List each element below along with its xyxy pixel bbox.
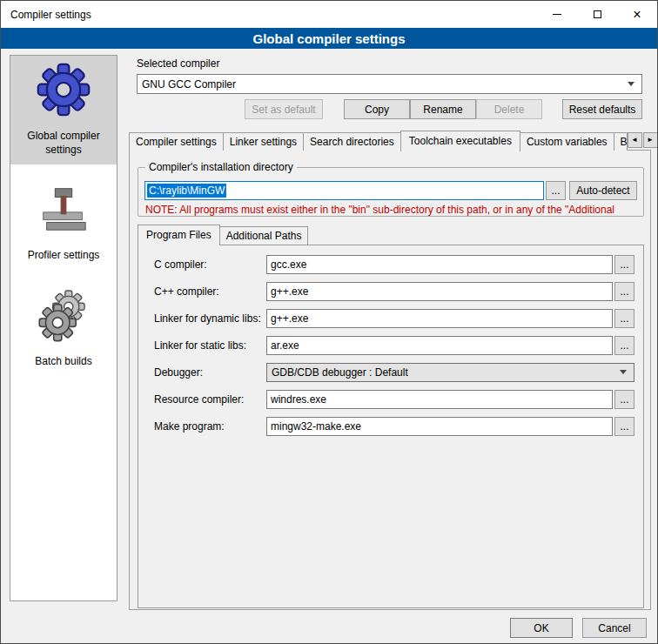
linker-static-label: Linker for static libs: [154, 339, 266, 352]
field-row-debugger: Debugger: GDB/CDB debugger : Default [138, 362, 643, 382]
linker-dynamic-browse-button[interactable]: ... [614, 309, 634, 328]
make-program-input[interactable] [266, 417, 613, 436]
sidebar-item-profiler-settings[interactable]: Profiler settings [10, 175, 117, 271]
copy-button[interactable]: Copy [344, 99, 410, 119]
chevron-down-icon [628, 82, 634, 86]
compiler-select[interactable]: GNU GCC Compiler [137, 74, 642, 94]
make-program-label: Make program: [154, 420, 266, 433]
dialog-header: Global compiler settings [1, 28, 657, 49]
debugger-label: Debugger: [154, 366, 266, 379]
c-compiler-input[interactable] [266, 255, 613, 274]
tab-custom-variables[interactable]: Custom variables [520, 132, 614, 151]
dialog-title: Global compiler settings [252, 31, 405, 46]
subtab-program-files[interactable]: Program Files [138, 225, 220, 245]
debugger-select-value: GDB/CDB debugger : Default [267, 366, 408, 379]
tab-scroll-left-button[interactable]: ◄ [628, 132, 642, 148]
sidebar-item-label: Global compiler settings [12, 130, 115, 157]
reset-defaults-button[interactable]: Reset defaults [562, 99, 642, 119]
make-program-browse-button[interactable]: ... [614, 417, 634, 436]
sidebar-item-global-compiler-settings[interactable]: Global compiler settings [10, 56, 117, 164]
cpp-compiler-label: C++ compiler: [154, 285, 266, 298]
tab-scroll-buttons: ◄ ► [628, 132, 658, 148]
set-as-default-button[interactable]: Set as default [245, 99, 323, 119]
gears-gray-icon [37, 288, 91, 342]
tab-search-directories[interactable]: Search directories [303, 132, 401, 151]
field-row-linker-dynamic: Linker for dynamic libs: ... [138, 308, 643, 328]
window-title: Compiler settings [1, 9, 91, 21]
tab-build-options[interactable]: Builc [614, 132, 628, 151]
auto-detect-button[interactable]: Auto-detect [569, 181, 637, 200]
right-arrow-icon: ► [647, 137, 654, 144]
sidebar-item-batch-builds[interactable]: Batch builds [10, 281, 117, 377]
program-files-panel: C compiler: ... C++ compiler: ... Linker… [138, 245, 644, 608]
resource-compiler-input[interactable] [266, 390, 613, 409]
compiler-select-value: GNU GCC Compiler [138, 78, 236, 91]
resource-compiler-label: Resource compiler: [154, 393, 266, 406]
debugger-select[interactable]: GDB/CDB debugger : Default [266, 363, 634, 382]
tab-linker-settings[interactable]: Linker settings [223, 132, 304, 151]
field-row-c-compiler: C compiler: ... [138, 254, 643, 274]
delete-button[interactable]: Delete [476, 99, 542, 119]
linker-static-input[interactable] [266, 336, 613, 355]
note-text: NOTE: All programs must exist either in … [145, 204, 651, 216]
subtab-additional-paths[interactable]: Additional Paths [219, 226, 309, 245]
compiler-settings-window: Compiler settings × Global compiler sett… [0, 0, 658, 644]
field-row-resource-compiler: Resource compiler: ... [138, 389, 643, 409]
gear-blue-icon [37, 63, 91, 117]
c-compiler-browse-button[interactable]: ... [614, 255, 634, 274]
installation-directory-row: C:\raylib\MinGW ... Auto-detect [144, 181, 637, 200]
profiler-icon [37, 182, 91, 236]
rename-button[interactable]: Rename [410, 99, 476, 119]
minimize-button[interactable] [537, 1, 577, 28]
tab-scroll-right-button[interactable]: ► [643, 132, 658, 148]
tab-toolchain-executables[interactable]: Toolchain executables [400, 131, 520, 151]
toolchain-executables-panel: Compiler's installation directory C:\ray… [129, 150, 651, 610]
titlebar: Compiler settings × [1, 1, 657, 28]
left-arrow-icon: ◄ [631, 137, 638, 144]
close-icon: × [633, 8, 641, 22]
chevron-down-icon [620, 370, 627, 374]
maximize-button[interactable] [577, 1, 617, 28]
installation-directory-group: Compiler's installation directory C:\ray… [138, 167, 644, 217]
cancel-button[interactable]: Cancel [582, 618, 647, 638]
installation-directory-group-title: Compiler's installation directory [145, 161, 297, 173]
cpp-compiler-browse-button[interactable]: ... [614, 282, 634, 301]
sidebar-item-label: Batch builds [35, 355, 91, 369]
field-row-cpp-compiler: C++ compiler: ... [138, 281, 643, 301]
tab-compiler-settings[interactable]: Compiler settings [129, 132, 224, 151]
resource-compiler-browse-button[interactable]: ... [614, 390, 634, 409]
install-dir-browse-button[interactable]: ... [546, 181, 566, 200]
sidebar: Global compiler settings Profiler settin… [10, 55, 118, 601]
selected-compiler-label: Selected compiler [137, 57, 219, 70]
linker-static-browse-button[interactable]: ... [614, 336, 634, 355]
ok-button[interactable]: OK [510, 618, 573, 638]
maximize-icon [594, 10, 601, 18]
field-row-linker-static: Linker for static libs: ... [138, 335, 643, 355]
close-button[interactable]: × [617, 1, 657, 28]
install-dir-selected-text: C:\raylib\MinGW [147, 184, 226, 198]
c-compiler-label: C compiler: [154, 258, 266, 271]
sidebar-item-label: Profiler settings [28, 249, 100, 263]
install-dir-input[interactable]: C:\raylib\MinGW [144, 181, 544, 200]
sub-tabstrip: Program Files Additional Paths [138, 225, 308, 245]
window-controls: × [537, 1, 657, 28]
linker-dynamic-input[interactable] [266, 309, 613, 328]
linker-dynamic-label: Linker for dynamic libs: [154, 312, 266, 325]
compiler-buttons-row: Set as default Copy Rename Delete Reset … [137, 99, 642, 119]
field-row-make-program: Make program: ... [138, 416, 643, 436]
cpp-compiler-input[interactable] [266, 282, 613, 301]
minimize-icon [553, 14, 561, 15]
main-tabstrip: Compiler settings Linker settings Search… [129, 131, 651, 151]
